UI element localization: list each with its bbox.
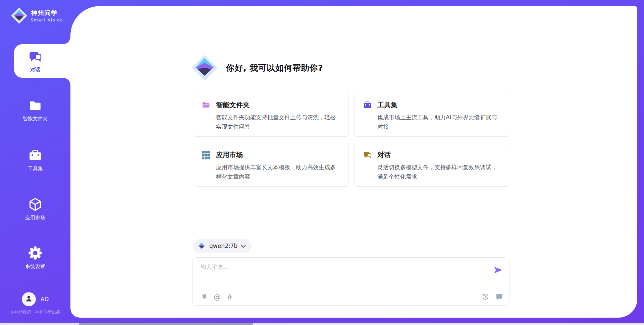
sidebar-item-smart-folder[interactable]: 智能文件夹 [0,99,70,122]
card-chat[interactable]: 对话 灵活切换多模型文件，支持多样回复效果调试，满足个性化需求 [354,143,510,187]
history-icon [482,293,489,302]
scrollbar-thumb[interactable] [79,323,253,325]
card-smart-folder[interactable]: 智能文件夹 智能文件夹功能支持批量文件上传与清洗，轻松实现文件问答 [193,93,349,137]
model-logo-icon [197,242,206,250]
hash-icon: # [227,294,233,301]
folder-icon [28,108,43,114]
card-title: 应用市场 [216,150,243,159]
card-description: 集成市场上主流工具，助力AI与外界无缝扩展与对接 [363,113,502,131]
feature-cards: 智能文件夹 智能文件夹功能支持批量文件上传与清洗，轻松实现文件问答 工具集 集成… [193,93,510,187]
sidebar-item-label: 对话 [0,67,70,73]
horizontal-scrollbar[interactable] [0,323,644,325]
briefcase-icon [363,101,372,110]
sidebar-item-label: 系统设置 [0,263,70,270]
card-toolkit[interactable]: 工具集 集成市场上主流工具，助力AI与外界无缝扩展与对接 [354,93,510,137]
card-header: 应用市场 [202,150,340,159]
card-header: 工具集 [363,101,502,110]
cube-icon [28,207,43,213]
brand-name: 神州问学 [31,9,58,16]
brand: 神州问学 Smart Vision [11,7,63,24]
card-description: 应用市场提供丰富长文本模板，助力高效生成多样化文章内容 [202,162,340,181]
grid-icon [202,150,211,159]
card-header: 对话 [363,150,502,159]
brand-text: 神州问学 Smart Vision [31,9,63,22]
paperclip-icon [201,293,208,302]
app-root: 神州问学 Smart Vision 对话 智能文件夹 [0,0,644,325]
message-input[interactable] [201,263,489,282]
composer-divider [201,288,501,288]
sidebar: 神州问学 Smart Vision 对话 智能文件夹 [0,0,70,325]
sidebar-item-app-market[interactable]: 应用市场 [0,197,70,221]
at-icon: @ [214,294,221,301]
model-selector[interactable]: qwen2:7b [193,239,252,253]
chevron-down-icon [241,243,246,249]
comment-icon [495,293,503,302]
user-account[interactable]: AD [0,292,70,306]
card-title: 工具集 [377,101,397,110]
user-name: AD [41,296,49,303]
toolbar-right-group [482,293,503,302]
greeting: 你好, 我可以如何帮助你? [191,54,323,81]
copyright-credit: ©神州数码 · 神州问学出品 [0,310,70,315]
chat-bubbles-icon [28,59,42,65]
brand-subtitle: Smart Vision [31,18,63,22]
greeting-title: 你好, 我可以如何帮助你? [226,62,323,73]
composer-toolbar: @ # [201,291,503,303]
card-header: 智能文件夹 [202,101,340,110]
person-icon [24,294,33,304]
card-title: 对话 [377,150,391,159]
message-composer: @ # [192,257,510,306]
hashtag-button[interactable]: # [227,294,233,301]
card-app-market[interactable]: 应用市场 应用市场提供丰富长文本模板，助力高效生成多样化文章内容 [193,143,349,187]
attach-file-button[interactable] [201,293,208,302]
sidebar-item-toolkit[interactable]: 工具集 [0,148,70,172]
gear-icon [28,255,43,262]
assistant-logo-diamond-icon [191,54,218,81]
folder-open-icon [202,101,211,110]
send-icon [494,270,502,275]
sidebar-item-chat[interactable]: 对话 [0,50,70,73]
sidebar-item-settings[interactable]: 系统设置 [0,246,70,270]
sidebar-item-label: 智能文件夹 [0,116,70,122]
new-conversation-button[interactable] [495,293,503,302]
model-name: qwen2:7b [209,243,237,249]
card-description: 智能文件夹功能支持批量文件上传与清洗，轻松实现文件问答 [202,113,340,131]
briefcase-icon [28,157,43,164]
sidebar-item-label: 工具集 [0,166,70,172]
card-description: 灵活切换多模型文件，支持多样回复效果调试，满足个性化需求 [363,162,502,181]
brand-logo-diamond-icon [11,7,28,24]
mention-button[interactable]: @ [214,294,221,301]
send-button[interactable] [493,266,503,274]
history-button[interactable] [482,293,489,302]
sidebar-item-label: 应用市场 [0,215,70,221]
chat-bubbles-icon [363,150,372,159]
card-title: 智能文件夹 [216,101,250,110]
avatar [22,292,36,306]
toolbar-left-group: @ # [201,293,233,302]
